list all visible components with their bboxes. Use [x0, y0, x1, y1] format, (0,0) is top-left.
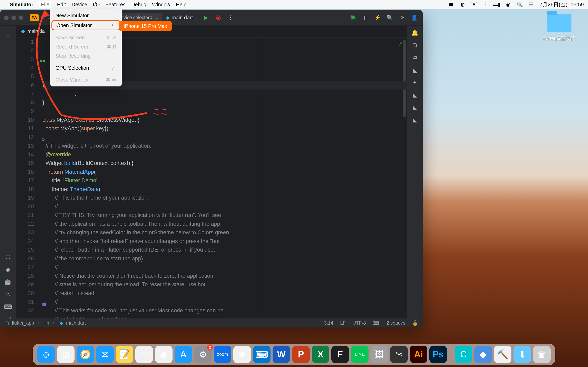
dock-app-canva[interactable]: C	[455, 346, 472, 363]
diamond-icon[interactable]: ◈	[6, 266, 10, 273]
more-icon[interactable]: ⋯	[5, 42, 11, 49]
menubar-date[interactable]: 7月26日(金) 15:59	[540, 1, 584, 8]
dock-app-launchpad[interactable]: ⊞	[57, 346, 75, 363]
dock-app-safari[interactable]: 🧭	[77, 346, 94, 363]
menu-file[interactable]: File	[39, 1, 51, 8]
dock-app-xcode[interactable]: 🔨	[494, 346, 511, 363]
menu-io[interactable]: I/O	[93, 2, 100, 8]
file-encoding[interactable]: UTF-8	[353, 320, 366, 326]
dock-app-app2[interactable]: ◆	[474, 346, 492, 363]
dart-icon: ◆	[21, 28, 25, 34]
device-icon[interactable]: ▯	[361, 13, 370, 22]
spotlight-icon[interactable]: 🔍	[517, 1, 523, 8]
dock-app-chrome[interactable]: ◉	[155, 346, 173, 363]
menu-open-simulator[interactable]: Open Simulator〉	[52, 20, 121, 30]
debug-button[interactable]: 🐞	[214, 13, 223, 22]
left-tool-rail: ▢ ⋯ ⬡ ◈ 🤖 ⚠ ⌨ ⎇	[0, 26, 16, 327]
menu-device[interactable]: Device	[72, 2, 87, 8]
right-tool-rail: 🔔 ⧉ ⧉ ◣ ✦ ◣ ◣ ◣	[407, 26, 423, 318]
project-badge[interactable]: FA	[30, 14, 39, 21]
gear-icon[interactable]: ⬡	[6, 254, 10, 260]
dock-app-vscode[interactable]: ⌨	[253, 346, 270, 363]
menu-window[interactable]: Window	[152, 2, 170, 8]
dock-app-downloads[interactable]: ⬇	[513, 346, 531, 363]
panel-icon[interactable]: ⧉	[413, 42, 417, 49]
dock-app-notes[interactable]: 📝	[116, 346, 133, 363]
cursor-position[interactable]: 3:14	[324, 320, 333, 326]
macos-dock: ☺⊞🧭✉📝〰◉A⚙2zoom✱⌨WPXFLINE🖼✂AiPsC◆🔨⬇🗑	[33, 344, 555, 365]
feedback-icon[interactable]: ⌨	[373, 320, 380, 326]
input-source-icon[interactable]: A	[471, 2, 477, 7]
indent-setting[interactable]: 2 spaces	[387, 320, 405, 326]
dock-app-freeform[interactable]: 〰	[135, 346, 153, 363]
file-tab-main[interactable]: ◆ main.da	[16, 26, 50, 37]
menu-close-window: Close Window⌘ W	[50, 75, 122, 84]
dock-app-slack[interactable]: ✱	[233, 346, 251, 363]
bug-icon[interactable]: 🪲	[349, 13, 357, 22]
bot-icon[interactable]: 🤖	[4, 278, 11, 285]
dock-app-powerpoint[interactable]: P	[292, 346, 310, 363]
bell-icon[interactable]: 🔔	[411, 29, 418, 36]
line-gutter: 123▶▶456789101112⊙1314151617181920212223…	[16, 38, 43, 318]
menu-new-simulator[interactable]: New Simulator...	[50, 11, 122, 20]
chevron-down-icon: ⌄	[195, 16, 198, 20]
dock-app-finder[interactable]: ☺	[37, 346, 55, 363]
desktop-folder[interactable]: flutter講座改訂	[542, 14, 577, 42]
breadcrumb[interactable]: ▢ flutter_app〉 lib〉 ◆ main.dart	[4, 320, 86, 326]
menu-save-screen: Save Screen⌘ S	[50, 33, 122, 42]
sparkle-icon[interactable]: ✦	[412, 79, 417, 86]
dock-app-mail[interactable]: ✉	[96, 346, 114, 363]
account-icon[interactable]: 👤	[410, 13, 419, 22]
flutter-icon[interactable]: ◣	[413, 104, 417, 111]
dock-app-excel[interactable]: X	[312, 346, 329, 363]
more-button[interactable]: ⋮	[226, 13, 235, 22]
folder-icon	[547, 14, 571, 32]
flutter-icon[interactable]: ◣	[413, 92, 417, 98]
folder-icon: ▢	[4, 320, 9, 326]
menu-help[interactable]: Help	[176, 2, 186, 8]
menu-debug[interactable]: Debug	[131, 2, 146, 8]
line-ending[interactable]: LF	[340, 320, 346, 326]
search-icon[interactable]: 🔍	[385, 13, 394, 22]
run-button[interactable]: ▶	[202, 13, 210, 22]
battery-icon[interactable]: ▬▮	[494, 1, 500, 8]
bluetooth-icon[interactable]: ᛒ	[483, 1, 489, 8]
panel2-icon[interactable]: ⧉	[413, 54, 417, 61]
dock-app-word[interactable]: W	[273, 346, 290, 363]
status-icon-1[interactable]: ⬢	[448, 1, 454, 8]
window-controls[interactable]	[4, 16, 23, 20]
settings-icon[interactable]: ⚙	[398, 13, 406, 22]
control-center-icon[interactable]: ☰	[528, 1, 534, 8]
folder-icon[interactable]: ▢	[5, 29, 11, 36]
terminal-icon[interactable]: ⌨	[4, 303, 12, 310]
menu-gpu-selection[interactable]: GPU Selection〉	[50, 63, 122, 73]
dock-app-finalcut[interactable]: ✂	[390, 346, 408, 363]
menu-edit[interactable]: Edit	[57, 2, 66, 8]
app-name[interactable]: Simulator	[10, 2, 33, 8]
dock-app-trash[interactable]: 🗑	[533, 346, 551, 363]
ide-status-bar: ▢ flutter_app〉 lib〉 ◆ main.dart 3:14 LF …	[0, 318, 423, 327]
dock-app-figma[interactable]: F	[331, 346, 349, 363]
flutter-icon[interactable]: ◣	[413, 67, 417, 73]
chevron-right-icon: 〉	[112, 65, 116, 71]
bolt-icon[interactable]: ⚡	[373, 13, 382, 22]
dock-app-settings[interactable]: ⚙2	[194, 346, 212, 363]
chevron-right-icon: 〉	[111, 22, 116, 28]
dock-app-illustrator[interactable]: Ai	[410, 346, 427, 363]
menu-record-screen: Record Screen⌘ R	[50, 42, 122, 51]
warning-icon[interactable]: ⚠	[5, 291, 10, 298]
dock-app-appstore[interactable]: A	[174, 346, 192, 363]
status-icon-2[interactable]: ◐	[459, 1, 466, 8]
chevron-down-icon: ⌄	[155, 16, 158, 20]
lock-icon[interactable]: 🔓	[412, 320, 418, 326]
dock-app-line[interactable]: LINE	[351, 346, 369, 363]
wifi-icon[interactable]: ◉	[505, 1, 511, 8]
menu-features[interactable]: Features	[105, 2, 126, 8]
file-menu-dropdown: New Simulator... Open Simulator〉 Save Sc…	[50, 9, 122, 86]
dock-app-preview[interactable]: 🖼	[371, 346, 388, 363]
dock-app-zoom[interactable]: zoom	[214, 346, 231, 363]
run-config[interactable]: ◆ main.dart ⌄	[166, 15, 198, 21]
flutter-icon[interactable]: ◣	[413, 117, 417, 123]
dock-app-photoshop[interactable]: Ps	[429, 346, 447, 363]
project-name[interactable]: f	[43, 15, 44, 21]
